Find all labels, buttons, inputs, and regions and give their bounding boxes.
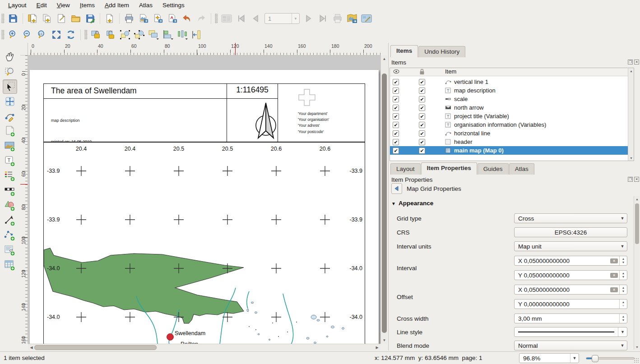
tree-scrollbar[interactable]: ▲ ▼ — [628, 68, 634, 161]
item-row-project-title[interactable]: ✔✔ T project title (Variable) — [390, 112, 634, 120]
visibility-checkbox[interactable]: ✔ — [393, 130, 399, 137]
zoom-slider[interactable] — [586, 357, 635, 359]
scrollbar-thumb[interactable] — [34, 345, 157, 350]
export-atlas-button[interactable] — [346, 12, 358, 25]
item-row-scale[interactable]: ✔✔ scale — [390, 95, 634, 103]
ungroup-items-button[interactable] — [133, 28, 146, 41]
interval-y-input[interactable]: Y 0,050000000000 ✕ ▲▼ — [514, 270, 627, 280]
zoom-full-button[interactable] — [50, 28, 63, 41]
next-feature-button[interactable] — [302, 12, 315, 25]
chevron-down-icon[interactable]: ▼ — [292, 14, 299, 23]
lock-checkbox[interactable]: ✔ — [419, 79, 425, 85]
add-label-icon[interactable]: T — [3, 154, 17, 168]
spinner-arrows[interactable]: ▲▼ — [619, 271, 627, 280]
add-shape-icon[interactable] — [3, 198, 17, 213]
lock-checkbox[interactable]: ✔ — [419, 130, 425, 137]
scroll-right-icon[interactable]: ▶ — [374, 344, 380, 351]
item-row-header[interactable]: ✔✔ header — [390, 138, 634, 146]
resize-grip[interactable] — [634, 358, 639, 363]
export-pdf-button[interactable]: A — [166, 12, 179, 25]
unlock-items-button[interactable] — [104, 28, 117, 41]
edit-nodes-icon[interactable] — [3, 109, 17, 124]
spinner-arrows[interactable]: ▲▼ — [619, 299, 627, 309]
tab-item-properties[interactable]: Item Properties — [421, 162, 477, 175]
crosshair-placeholder-icon[interactable] — [298, 89, 315, 106]
spinner-arrows[interactable]: ▲▼ — [619, 256, 627, 265]
item-row-organisation-information[interactable]: ✔✔ T organisation information (Variables… — [390, 120, 634, 129]
scroll-left-icon[interactable]: ◀ — [28, 344, 35, 351]
menu-settings[interactable]: Settings — [158, 1, 189, 9]
canvas-horizontal-scrollbar[interactable]: ◀ ▶ — [28, 344, 380, 350]
visibility-checkbox[interactable]: ✔ — [393, 96, 399, 102]
menu-view[interactable]: View — [52, 1, 74, 9]
close-panel-icon[interactable]: ✕ — [634, 177, 639, 182]
item-row-north-arrow[interactable]: ✔✔ north arrow — [390, 103, 634, 112]
menu-atlas[interactable]: Atlas — [134, 1, 157, 9]
lock-items-button[interactable] — [90, 28, 102, 41]
visibility-checkbox[interactable]: ✔ — [393, 105, 399, 111]
redo-button[interactable] — [195, 12, 208, 25]
scroll-up-icon[interactable]: ▲ — [628, 68, 634, 74]
back-button[interactable] — [391, 183, 402, 194]
zoom-slider-handle[interactable] — [592, 355, 598, 362]
clear-value-icon[interactable]: ✕ — [610, 273, 618, 278]
preview-atlas-button[interactable] — [220, 12, 233, 25]
add-html-icon[interactable] — [3, 243, 17, 258]
pan-icon[interactable] — [3, 50, 17, 64]
toolbar-grip[interactable] — [1, 30, 5, 40]
float-panel-icon[interactable]: ❐ — [628, 60, 633, 65]
add-attribute-table-icon[interactable] — [3, 258, 17, 272]
layout-canvas[interactable]: The area of Swellendam 1:116495 map desc… — [28, 55, 380, 344]
scroll-up-icon[interactable]: ▲ — [634, 196, 640, 202]
spinner-arrows[interactable]: ▲▼ — [619, 285, 627, 294]
chevron-down-icon[interactable]: ▼ — [570, 354, 579, 363]
north-arrow[interactable] — [253, 102, 279, 141]
zoom-actual-button[interactable]: 1:1 — [36, 28, 48, 41]
export-image-button[interactable] — [137, 12, 150, 25]
layout-manager-button[interactable] — [55, 12, 68, 25]
tab-layout[interactable]: Layout — [390, 163, 421, 175]
item-row-horizontal-line[interactable]: ✔✔ horizontal line — [390, 129, 634, 138]
menu-layout[interactable]: Layout — [4, 1, 31, 9]
add-scalebar-icon[interactable] — [3, 184, 17, 198]
clear-value-icon[interactable]: ✕ — [610, 258, 618, 263]
resize-items-button[interactable] — [191, 28, 204, 41]
canvas-vertical-scrollbar[interactable]: ▲ ▼ — [380, 55, 387, 344]
visibility-checkbox[interactable]: ✔ — [393, 139, 399, 145]
tab-items[interactable]: Items — [390, 45, 418, 57]
duplicate-layout-button[interactable] — [41, 12, 53, 25]
crs-button[interactable]: EPSG:4326 — [514, 227, 627, 237]
interval-x-input[interactable]: X 0,050000000000 ✕ ▲▼ — [514, 256, 627, 266]
items-tree[interactable]: Item ✔✔ vertical line 1 ✔✔ T map descrip… — [390, 68, 634, 161]
visibility-checkbox[interactable]: ✔ — [393, 122, 399, 128]
menu-add-item[interactable]: Add Item — [100, 1, 134, 9]
print-atlas-button[interactable] — [331, 12, 344, 25]
item-column-header[interactable]: Item — [445, 68, 456, 75]
lock-checkbox[interactable]: ✔ — [419, 147, 425, 154]
toolbar-grip[interactable] — [1, 14, 5, 23]
menu-items[interactable]: Items — [75, 1, 99, 9]
layout-page[interactable]: The area of Swellendam 1:116495 map desc… — [30, 70, 379, 344]
scroll-down-icon[interactable]: ▼ — [381, 337, 388, 344]
lock-checkbox[interactable]: ✔ — [419, 139, 425, 145]
zoom-in-button[interactable] — [7, 28, 19, 41]
lock-checkbox[interactable]: ✔ — [419, 105, 425, 111]
move-item-content-icon[interactable] — [3, 94, 17, 109]
properties-scrollbar[interactable]: ▲ ▼ — [634, 196, 640, 350]
new-layout-button[interactable] — [26, 12, 39, 25]
float-panel-icon[interactable]: ❐ — [628, 177, 633, 182]
visibility-checkbox[interactable]: ✔ — [393, 147, 399, 154]
export-svg-button[interactable] — [152, 12, 164, 25]
scrollbar-thumb[interactable] — [382, 74, 387, 333]
cross-width-input[interactable]: 3,00 mm ▲▼ — [514, 313, 627, 323]
zoom-level-combo[interactable]: 96.8% ▼ — [519, 353, 579, 363]
align-items-button[interactable] — [162, 28, 175, 41]
lock-checkbox[interactable]: ✔ — [419, 113, 425, 120]
add-picture-icon[interactable] — [3, 139, 17, 153]
item-row-main-map[interactable]: ✔✔ main map (Map 0) — [390, 146, 634, 155]
visibility-checkbox[interactable]: ✔ — [393, 88, 399, 94]
print-button[interactable] — [123, 12, 135, 25]
add-page-icon[interactable] — [3, 124, 17, 138]
clear-value-icon[interactable]: ✕ — [610, 287, 618, 292]
atlas-settings-button[interactable] — [360, 12, 373, 25]
